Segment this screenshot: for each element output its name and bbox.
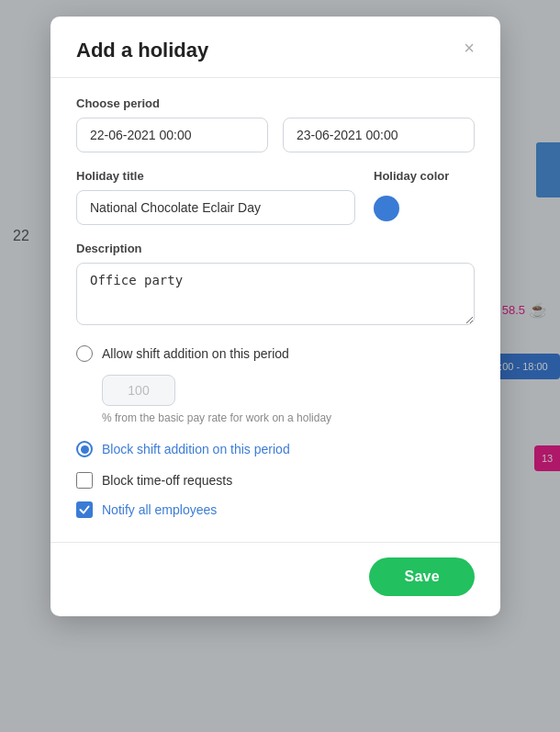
block-shift-label: Block shift addition on this period [102, 442, 290, 456]
checkmark-icon [79, 504, 90, 515]
modal-body: Choose period Holiday title Holiday colo… [50, 78, 500, 542]
allow-shift-label: Allow shift addition on this period [102, 346, 289, 361]
modal-header: Add a holiday × [50, 17, 500, 78]
notify-row: Notify all employees [76, 501, 475, 518]
radio-filled-inner [81, 445, 89, 454]
add-holiday-modal: Add a holiday × Choose period Holiday ti… [50, 17, 500, 616]
period-label: Choose period [76, 96, 475, 110]
block-timeoff-row: Block time-off requests [76, 472, 475, 489]
allow-shift-row: Allow shift addition on this period [76, 345, 475, 362]
title-color-row: Holiday title Holiday color [76, 169, 475, 225]
close-button[interactable]: × [458, 37, 480, 59]
holiday-color-picker[interactable] [374, 196, 399, 221]
title-section: Holiday title [76, 169, 355, 225]
notify-label: Notify all employees [102, 502, 217, 517]
pay-rate-input[interactable] [102, 375, 175, 406]
block-shift-radio[interactable] [76, 441, 93, 457]
modal-title: Add a holiday [76, 39, 475, 62]
allow-shift-radio[interactable] [76, 345, 93, 362]
description-label: Description [76, 242, 475, 255]
block-timeoff-label: Block time-off requests [102, 473, 232, 488]
holiday-color-label: Holiday color [374, 169, 449, 183]
pay-rate-hint: % from the basic pay rate for work on a … [102, 411, 475, 424]
save-button[interactable]: Save [369, 557, 475, 596]
block-shift-row: Block shift addition on this period [76, 441, 475, 457]
modal-footer: Save [50, 542, 500, 616]
description-section: Description Office party [76, 242, 475, 329]
notify-checkbox[interactable] [76, 501, 93, 518]
period-end-input[interactable] [283, 118, 475, 152]
block-timeoff-checkbox[interactable] [76, 472, 93, 489]
holiday-title-label: Holiday title [76, 169, 355, 183]
period-start-input[interactable] [76, 118, 268, 152]
period-row [76, 118, 475, 152]
color-section: Holiday color [374, 169, 475, 221]
description-textarea[interactable]: Office party [76, 263, 475, 325]
pay-rate-section: % from the basic pay rate for work on a … [102, 375, 475, 424]
holiday-title-input[interactable] [76, 190, 355, 225]
